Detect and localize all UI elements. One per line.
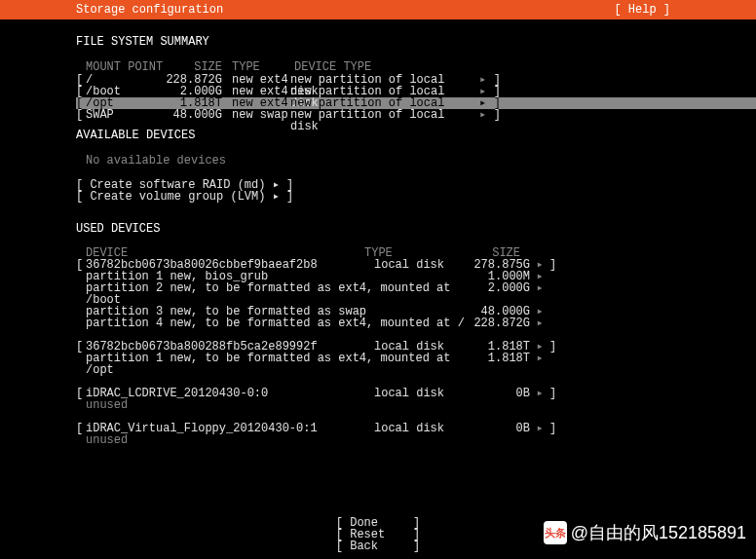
chevron-right-icon: ▸ <box>530 317 549 329</box>
chevron-right-icon: ▸ <box>530 282 549 306</box>
fs-type: new swap <box>232 109 290 121</box>
used-devices-list: [36782bcb0673ba80026cbbef9baeaf2b8local … <box>76 259 756 446</box>
header-type: TYPE <box>222 60 271 74</box>
device-type: local disk <box>374 259 462 271</box>
device-size: 0B <box>462 423 530 434</box>
partition-size: 2.000G <box>472 282 530 306</box>
fs-device-type: new partition of local disk <box>290 109 479 121</box>
chevron-right-icon: ▸ <box>530 388 549 399</box>
fs-column-headers: MOUNT POINTSIZETYPEDEVICE TYPE <box>76 60 756 74</box>
device-row[interactable]: [iDRAC_LCDRIVE_20120430-0:0local disk0B▸… <box>76 388 756 399</box>
partition-desc: partition 4 new, to be formatted as ext4… <box>86 317 472 329</box>
fs-mount: SWAP <box>86 109 164 121</box>
header-mount: MOUNT POINT <box>86 60 164 74</box>
help-button[interactable]: [ Help ] <box>614 3 756 17</box>
partition-row[interactable]: partition 1 new, to be formatted as ext4… <box>76 353 756 376</box>
watermark-text: @自由的风152185891 <box>571 521 746 544</box>
partition-size: 228.872G <box>472 317 530 329</box>
device-group: [36782bcb0673ba80026cbbef9baeaf2b8local … <box>76 259 756 329</box>
watermark-icon: 头条 <box>544 521 567 544</box>
partition-size: 1.818T <box>472 353 530 376</box>
partition-desc: partition 2 new, to be formatted as ext4… <box>86 282 472 306</box>
main-content: FILE SYSTEM SUMMARY MOUNT POINTSIZETYPED… <box>0 19 756 446</box>
partition-row[interactable]: partition 4 new, to be formatted as ext4… <box>76 317 756 329</box>
no-devices-label: No available devices <box>76 154 756 168</box>
device-group: [36782bcb0673ba800288fb5ca2e89992flocal … <box>76 341 756 376</box>
unused-label: unused <box>76 399 756 411</box>
fs-summary-table: [/228.872Gnew ext4new partition of local… <box>76 74 756 121</box>
unused-label: unused <box>76 434 756 446</box>
used-title: USED DEVICES <box>76 222 756 236</box>
header-bar: Storage configuration [ Help ] <box>0 0 756 19</box>
device-name: iDRAC_Virtual_Floppy_20120430-0:1 <box>86 423 374 434</box>
device-type: local disk <box>374 388 462 399</box>
partition-row[interactable]: partition 2 new, to be formatted as ext4… <box>76 282 756 306</box>
device-type: local disk <box>374 423 462 434</box>
chevron-right-icon: ▸ <box>479 109 491 121</box>
create-lvm-action[interactable]: [ Create volume group (LVM) ▸ ] <box>76 191 756 203</box>
watermark: 头条 @自由的风152185891 <box>544 521 746 544</box>
available-title: AVAILABLE DEVICES <box>76 129 756 142</box>
device-row[interactable]: [iDRAC_Virtual_Floppy_20120430-0:1local … <box>76 423 756 434</box>
header-device-type: DEVICE TYPE <box>271 60 371 74</box>
device-size: 0B <box>462 388 530 399</box>
partition-desc: partition 1 new, to be formatted as ext4… <box>86 353 472 376</box>
header-size: SIZE <box>164 60 222 74</box>
fs-summary-title: FILE SYSTEM SUMMARY <box>76 35 756 49</box>
fs-row[interactable]: [SWAP48.000Gnew swapnew partition of loc… <box>76 109 756 121</box>
chevron-right-icon: ▸ <box>530 353 549 376</box>
fs-size: 48.000G <box>164 109 232 121</box>
page-title: Storage configuration <box>0 3 223 17</box>
device-name: iDRAC_LCDRIVE_20120430-0:0 <box>86 388 374 399</box>
device-group: [iDRAC_Virtual_Floppy_20120430-0:1local … <box>76 423 756 446</box>
device-group: [iDRAC_LCDRIVE_20120430-0:0local disk0B▸… <box>76 388 756 411</box>
chevron-right-icon: ▸ <box>530 423 549 434</box>
